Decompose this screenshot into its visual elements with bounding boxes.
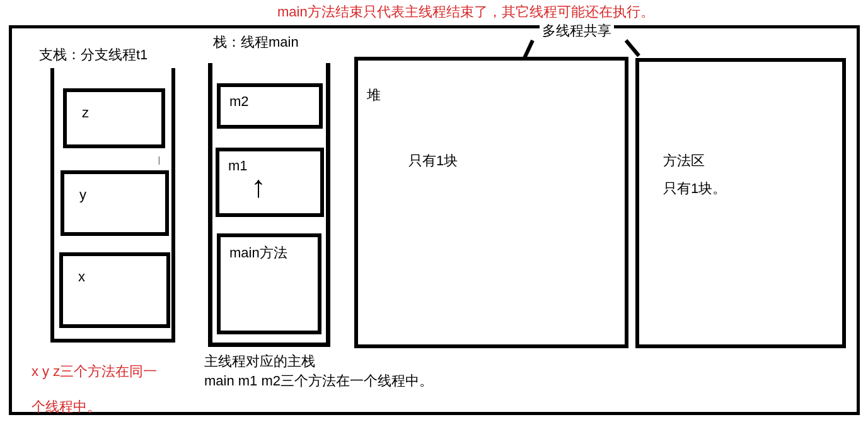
stack1-footnote-line1: x y z三个方法在同一 (32, 362, 157, 381)
stack2-frame-main: main方法 (217, 233, 321, 334)
stack1-title: 支栈：分支线程t1 (39, 45, 148, 64)
stack2-footnote: 主线程对应的主栈 main m1 m2三个方法在一个线程中。 (204, 352, 433, 391)
stack2-frame-m1: m1 (216, 148, 324, 217)
method-area-label: 方法区 (663, 151, 705, 170)
stack1-frame-x: x (59, 252, 170, 328)
top-annotation: main方法结束只代表主线程结束了，其它线程可能还在执行。 (277, 3, 654, 21)
heap-text: 只有1块 (408, 151, 458, 170)
stack1-footnote-line2: 个线程中。 (32, 397, 101, 416)
method-area-box (635, 58, 846, 348)
shared-label: 多线程共享 (540, 21, 614, 40)
arrow-up-icon: ↑ (251, 172, 266, 202)
stack2-title: 栈：线程main (213, 33, 299, 52)
method-area-text: 只有1块。 (663, 179, 726, 198)
stack1-frame-z: z (63, 88, 165, 148)
text-cursor-icon: I (158, 155, 161, 168)
stack1-frame-y: y (61, 170, 169, 236)
heap-box (354, 57, 628, 348)
stack2-footnote-line1: 主线程对应的主栈 (204, 352, 433, 372)
stack2-footnote-line2: main m1 m2三个方法在一个线程中。 (204, 372, 433, 391)
stack2-frame-m2: m2 (217, 83, 323, 129)
heap-label: 堆 (367, 86, 381, 105)
